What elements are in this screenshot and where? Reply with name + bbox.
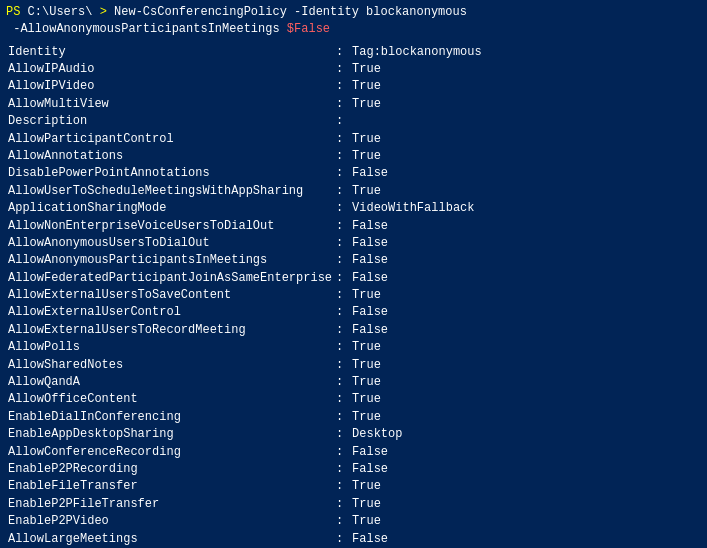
prop-value: True [350, 183, 701, 200]
prop-name: AllowExternalUserControl [6, 304, 334, 321]
prop-colon: : [334, 304, 350, 321]
command-param1: -Identity [287, 4, 366, 21]
table-row: AllowAnonymousUsersToDialOut:False [6, 235, 701, 252]
prop-value: Desktop [350, 426, 701, 443]
table-row: AllowAnnotations:True [6, 148, 701, 165]
table-row: AllowExternalUserControl:False [6, 304, 701, 321]
prop-value: True [350, 148, 701, 165]
table-row: ApplicationSharingMode:VideoWithFallback [6, 200, 701, 217]
prop-name: AllowNonEnterpriseVoiceUsersToDialOut [6, 218, 334, 235]
prop-colon: : [334, 131, 350, 148]
prompt-ps: PS [6, 4, 20, 21]
prop-value: True [350, 513, 701, 530]
prop-name: AllowAnonymousParticipantsInMeetings [6, 252, 334, 269]
table-row: AllowFederatedParticipantJoinAsSameEnter… [6, 270, 701, 287]
prop-colon: : [334, 61, 350, 78]
command-param2-value: $False [287, 21, 330, 38]
prop-value [350, 113, 701, 130]
prop-colon: : [334, 391, 350, 408]
table-row: AllowOfficeContent:True [6, 391, 701, 408]
table-row: EnableP2PVideo:True [6, 513, 701, 530]
table-row: AllowConferenceRecording:False [6, 444, 701, 461]
prop-value: True [350, 391, 701, 408]
prop-name: EnableP2PFileTransfer [6, 496, 334, 513]
prop-name: AllowAnonymousUsersToDialOut [6, 235, 334, 252]
prop-colon: : [334, 357, 350, 374]
prop-colon: : [334, 339, 350, 356]
table-row: AllowExternalUsersToRecordMeeting:False [6, 322, 701, 339]
prop-value: False [350, 304, 701, 321]
prop-value: False [350, 235, 701, 252]
prop-name: AllowExternalUsersToSaveContent [6, 287, 334, 304]
prop-name: Identity [6, 44, 334, 61]
prop-colon: : [334, 78, 350, 95]
prop-value: False [350, 165, 701, 182]
table-row: EnableP2PRecording:False [6, 461, 701, 478]
prop-colon: : [334, 96, 350, 113]
prop-value: True [350, 78, 701, 95]
prop-colon: : [334, 461, 350, 478]
prop-name: AllowUserToScheduleMeetingsWithAppSharin… [6, 183, 334, 200]
prop-name: AllowPolls [6, 339, 334, 356]
table-row: AllowSharedNotes:True [6, 357, 701, 374]
prop-colon: : [334, 183, 350, 200]
prop-name: AllowIPVideo [6, 78, 334, 95]
table-row: DisablePowerPointAnnotations:False [6, 165, 701, 182]
prop-name: EnableFileTransfer [6, 478, 334, 495]
prop-name: DisablePowerPointAnnotations [6, 165, 334, 182]
prop-value: True [350, 61, 701, 78]
table-row: AllowParticipantControl:True [6, 131, 701, 148]
prop-colon: : [334, 165, 350, 182]
prop-value: True [350, 357, 701, 374]
table-row: AllowUserToScheduleMeetingsWithAppSharin… [6, 183, 701, 200]
table-row: AllowMultiView:True [6, 96, 701, 113]
prop-colon: : [334, 322, 350, 339]
prop-colon: : [334, 44, 350, 61]
prop-colon: : [334, 478, 350, 495]
prop-colon: : [334, 200, 350, 217]
prop-value: Tag:blockanonymous [350, 44, 701, 61]
command-name: New-CsConferencingPolicy [114, 4, 287, 21]
prop-name: AllowExternalUsersToRecordMeeting [6, 322, 334, 339]
prop-name: ApplicationSharingMode [6, 200, 334, 217]
prop-name: AllowLargeMeetings [6, 531, 334, 548]
prop-value: False [350, 252, 701, 269]
prop-colon: : [334, 287, 350, 304]
prop-value: True [350, 96, 701, 113]
prop-colon: : [334, 444, 350, 461]
prop-colon: : [334, 252, 350, 269]
prop-colon: : [334, 270, 350, 287]
table-row: AllowAnonymousParticipantsInMeetings:Fal… [6, 252, 701, 269]
prop-colon: : [334, 426, 350, 443]
prop-colon: : [334, 374, 350, 391]
table-row: EnableP2PFileTransfer:True [6, 496, 701, 513]
prop-value: VideoWithFallback [350, 200, 701, 217]
prop-colon: : [334, 235, 350, 252]
prompt-arrow: > [92, 4, 114, 21]
prop-value: True [350, 478, 701, 495]
terminal-window: PS C:\Users\ > New-CsConferencingPolicy … [0, 0, 707, 548]
prop-value: False [350, 322, 701, 339]
prop-colon: : [334, 531, 350, 548]
prop-value: False [350, 270, 701, 287]
prop-value: False [350, 444, 701, 461]
prop-name: AllowSharedNotes [6, 357, 334, 374]
prop-name: AllowIPAudio [6, 61, 334, 78]
prop-name: AllowConferenceRecording [6, 444, 334, 461]
table-row: AllowExternalUsersToSaveContent:True [6, 287, 701, 304]
prop-name: AllowParticipantControl [6, 131, 334, 148]
command-param2: -AllowAnonymousParticipantsInMeetings [6, 21, 287, 38]
prop-colon: : [334, 148, 350, 165]
table-row: AllowIPVideo:True [6, 78, 701, 95]
prop-value: False [350, 218, 701, 235]
prop-name: AllowAnnotations [6, 148, 334, 165]
table-row: AllowNonEnterpriseVoiceUsersToDialOut:Fa… [6, 218, 701, 235]
table-row: EnableFileTransfer:True [6, 478, 701, 495]
prop-value: True [350, 339, 701, 356]
prop-name: AllowFederatedParticipantJoinAsSameEnter… [6, 270, 334, 287]
prop-value: True [350, 409, 701, 426]
prop-value: False [350, 461, 701, 478]
prop-value: False [350, 531, 701, 548]
table-row: AllowLargeMeetings:False [6, 531, 701, 548]
table-row: AllowPolls:True [6, 339, 701, 356]
